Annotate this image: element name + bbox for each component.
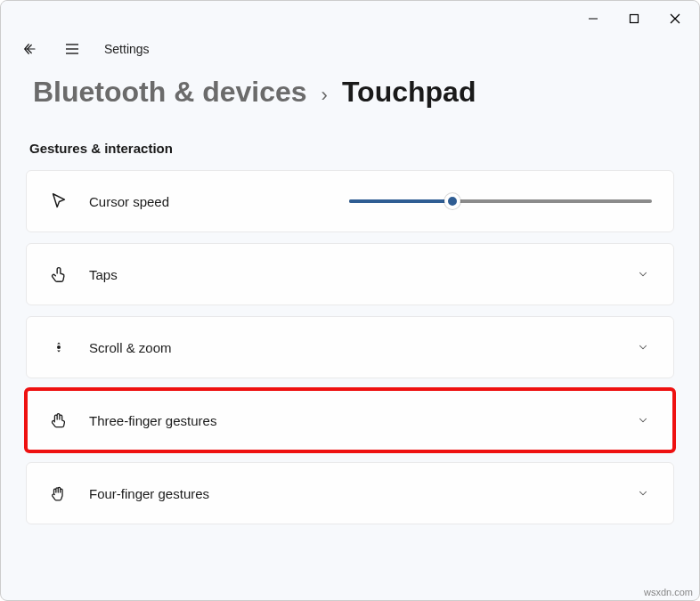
settings-window: Settings Bluetooth & devices › Touchpad … bbox=[0, 0, 700, 601]
close-button[interactable] bbox=[655, 4, 696, 33]
scroll-zoom-row[interactable]: Scroll & zoom bbox=[26, 316, 674, 378]
slider-thumb[interactable] bbox=[444, 193, 460, 209]
cursor-speed-label: Cursor speed bbox=[89, 194, 169, 209]
chevron-down-icon bbox=[634, 265, 652, 283]
window-titlebar bbox=[1, 1, 699, 37]
topbar: Settings bbox=[1, 37, 699, 61]
chevron-down-icon bbox=[634, 338, 652, 356]
minimize-button[interactable] bbox=[573, 4, 614, 33]
cursor-speed-slider[interactable] bbox=[349, 192, 652, 210]
tap-icon bbox=[48, 264, 69, 285]
chevron-right-icon: › bbox=[322, 84, 328, 107]
three-finger-label: Three-finger gestures bbox=[89, 413, 216, 428]
cursor-speed-row: Cursor speed bbox=[26, 170, 674, 232]
scroll-zoom-label: Scroll & zoom bbox=[89, 340, 172, 355]
hand-icon bbox=[48, 483, 69, 504]
taps-label: Taps bbox=[89, 267, 118, 282]
chevron-down-icon bbox=[634, 411, 652, 429]
cursor-icon bbox=[48, 191, 69, 212]
breadcrumb-current: Touchpad bbox=[342, 76, 476, 109]
breadcrumb: Bluetooth & devices › Touchpad bbox=[1, 61, 699, 109]
three-finger-gestures-row[interactable]: Three-finger gestures bbox=[26, 389, 674, 451]
slider-fill bbox=[349, 199, 452, 203]
scroll-icon bbox=[48, 337, 69, 358]
content-area: Gestures & interaction Cursor speed Taps bbox=[1, 109, 699, 600]
maximize-button[interactable] bbox=[614, 4, 655, 33]
back-button[interactable] bbox=[19, 38, 40, 60]
section-header: Gestures & interaction bbox=[26, 141, 674, 156]
breadcrumb-parent[interactable]: Bluetooth & devices bbox=[33, 76, 307, 109]
four-finger-label: Four-finger gestures bbox=[89, 486, 209, 501]
watermark: wsxdn.com bbox=[644, 587, 693, 597]
hand-icon bbox=[48, 410, 69, 431]
four-finger-gestures-row[interactable]: Four-finger gestures bbox=[26, 462, 674, 524]
chevron-down-icon bbox=[634, 484, 652, 502]
svg-rect-1 bbox=[631, 15, 639, 23]
svg-point-7 bbox=[57, 345, 61, 349]
menu-button[interactable] bbox=[61, 38, 83, 60]
app-title: Settings bbox=[104, 42, 150, 56]
taps-row[interactable]: Taps bbox=[26, 243, 674, 305]
